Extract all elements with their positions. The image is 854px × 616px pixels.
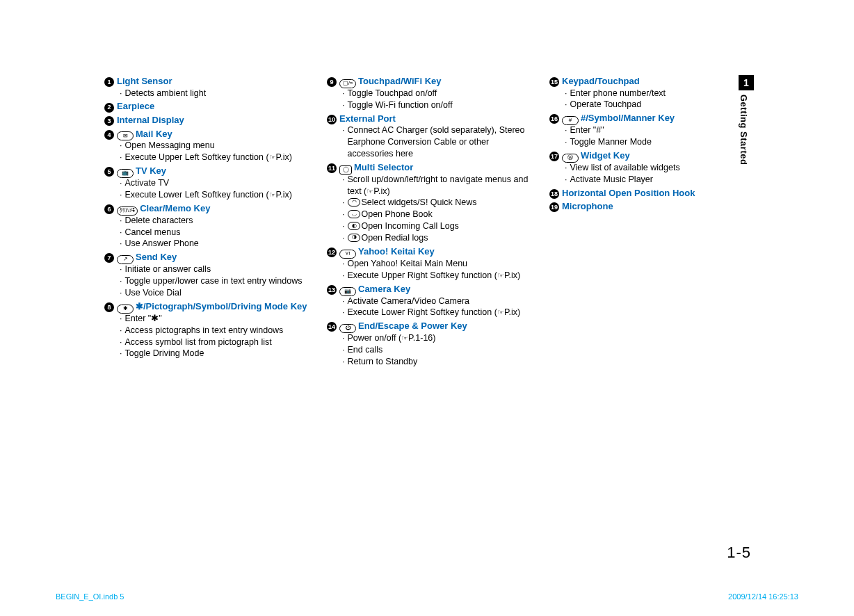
entry-title: Light Sensor [117,75,172,88]
page-content: 1Light Sensor·Detects ambient light2Earp… [104,75,765,506]
entry-sublist: ·Activate Camera/Video Camera·Execute Lo… [327,295,535,319]
entry-number-badge: 10 [327,115,337,124]
entry-number-badge: 13 [327,285,337,295]
doc-entry: 14⏻End/Escape & Power Key·Power on/off (… [327,320,535,368]
entry-subitem: ·Execute Lower Left Softkey function (☞P… [120,189,313,201]
entry-title: Clear/Memo Key [140,202,210,215]
hardware-key-icon: 📷 [339,287,356,296]
hardware-key-icon: ↗ [117,255,134,264]
entry-sublist: ·Open Messaging menu·Execute Upper Left … [104,140,313,163]
columns-container: 1Light Sensor·Detects ambient light2Earp… [104,75,765,369]
entry-subitem: ·Power on/off (☞P.1-16) [342,332,535,344]
hardware-key-icon: ✱ [117,305,134,314]
entry-subitem: ·End calls [342,344,535,356]
entry-number-badge: 5 [104,167,114,177]
doc-entry: 4✉Mail Key·Open Messaging menu·Execute U… [104,128,313,164]
entry-title: End/Escape & Power Key [358,320,467,332]
entry-sublist: ·Initiate or answer calls·Toggle upper/l… [104,264,313,299]
entry-heading: 12Y!Yahoo! Keitai Key [327,245,535,258]
entry-number-badge: 17 [549,152,559,161]
entry-subitem: ·Toggle Touchpad on/off [342,88,535,99]
hardware-key-icon: ｸﾘｱ/ﾒﾓ [117,206,138,216]
selector-direction-icon: ◡ [348,210,360,218]
hardware-key-icon: 📺 [117,169,134,178]
entry-heading: 1Light Sensor [104,75,313,88]
entry-sublist: ·Scroll up/down/left/right to navigate m… [327,174,535,244]
entry-heading: 14⏻End/Escape & Power Key [327,320,535,332]
entry-title: Mail Key [136,128,172,140]
hardware-key-icon: ⏻ [339,324,356,333]
hardware-key-icon: ▢/≈ [339,79,356,88]
entry-heading: 17ⓌWidget Key [549,149,758,162]
entry-subitem: ·Toggle upper/lower case in text entry w… [120,275,313,287]
entry-subitem: ·Detects ambient light [120,88,313,99]
entry-number-badge: 2 [104,103,114,113]
print-footer: BEGIN_E_OI.indb 5 2009/12/14 16:25:13 [0,592,854,601]
entry-subitem: ·Access pictographs in text entry window… [120,325,313,337]
entry-subitem: ·Execute Lower Right Softkey function (☞… [342,307,535,318]
entry-title: Multi Selector [354,161,413,174]
doc-entry: 9▢/≈Touchpad/WiFi Key·Toggle Touchpad on… [327,75,535,111]
entry-subitem: ·Activate Camera/Video Camera [342,295,535,307]
entry-subitem: ·View list of available widgets [565,162,758,174]
entry-sublist: ·Power on/off (☞P.1-16)·End calls·Return… [327,332,535,368]
entry-subitem-with-icon: ·◠Select widgets/S! Quick News [342,197,535,209]
doc-entry: 7↗Send Key·Initiate or answer calls·Togg… [104,251,313,299]
entry-subitem: ·Open Yahoo! Keitai Main Menu [342,258,535,270]
footer-filename: BEGIN_E_OI.indb 5 [56,592,124,601]
entry-heading: 2Earpiece [104,100,313,113]
entry-subitem: ·Enter "#" [565,124,758,136]
entry-subitem: ·Operate Touchpad [565,99,758,111]
doc-entry: 13📷Camera Key·Activate Camera/Video Came… [327,283,535,319]
entry-number-badge: 8 [104,302,114,312]
entry-heading: 19Microphone [549,200,758,213]
entry-subitem: ·Access symbol list from pictograph list [120,337,313,348]
entry-subitem: ·Toggle Wi-Fi function on/off [342,99,535,111]
doc-entry: 8✱✱/Pictograph/Symbol/Driving Mode Key·E… [104,300,313,359]
entry-subitem: ·Return to Standby [342,356,535,368]
entry-number-badge: 14 [327,322,337,332]
entry-subitem: ·Use Voice Dial [120,287,313,299]
entry-title: ✱/Pictograph/Symbol/Driving Mode Key [136,300,307,313]
entry-heading: 9▢/≈Touchpad/WiFi Key [327,75,535,88]
entry-heading: 3Internal Display [104,114,313,127]
chapter-number-box: 1 [739,75,754,90]
entry-heading: 10External Port [327,113,535,125]
chapter-title-vertical: Getting Started [739,95,749,165]
entry-subitem: ·Use Answer Phone [120,238,313,250]
doc-entry: 19Microphone [549,200,758,213]
entry-subitem: ·Initiate or answer calls [120,264,313,275]
entry-title: Earpiece [117,100,154,113]
column-3: 15Keypad/Touchpad·Enter phone number/tex… [549,75,758,369]
doc-entry: 10External Port·Connect AC Charger (sold… [327,113,535,160]
entry-sublist: ·Enter "#"·Toggle Manner Mode [549,124,758,148]
entry-heading: 18Horizontal Open Position Hook [549,187,758,200]
doc-entry: 6ｸﾘｱ/ﾒﾓClear/Memo Key·Delete characters·… [104,202,313,250]
entry-subitem: ·Connect AC Charger (sold separately), S… [342,124,535,160]
entry-heading: 7↗Send Key [104,251,313,264]
entry-title: External Port [339,113,396,125]
entry-subitem: ·Cancel menus [120,227,313,238]
entry-title: Touchpad/WiFi Key [358,75,442,88]
doc-entry: 3Internal Display [104,114,313,127]
entry-title: Keypad/Touchpad [562,75,640,88]
doc-entry: 12Y!Yahoo! Keitai Key·Open Yahoo! Keitai… [327,245,535,282]
doc-entry: 17ⓌWidget Key·View list of available wid… [549,149,758,186]
entry-sublist: ·Enter "✱"·Access pictographs in text en… [104,313,313,360]
entry-subitem: ·Execute Upper Left Softkey function (☞P… [120,152,313,163]
entry-title: Camera Key [358,283,410,295]
entry-subitem: ·Toggle Driving Mode [120,348,313,359]
page-number: 1-5 [727,544,751,562]
entry-heading: 6ｸﾘｱ/ﾒﾓClear/Memo Key [104,202,313,215]
entry-sublist: ·Toggle Touchpad on/off·Toggle Wi-Fi fun… [327,88,535,111]
entry-number-badge: 18 [549,189,559,199]
entry-number-badge: 4 [104,130,114,140]
entry-title: Widget Key [581,149,630,162]
entry-subitem: ·Execute Upper Right Softkey function (☞… [342,270,535,282]
entry-sublist: ·Detects ambient light [104,88,313,99]
entry-title: #/Symbol/Manner Key [581,112,675,124]
doc-entry: 11◯Multi Selector·Scroll up/down/left/ri… [327,161,535,244]
entry-heading: 13📷Camera Key [327,283,535,295]
doc-entry: 18Horizontal Open Position Hook [549,187,758,200]
doc-entry: 16##/Symbol/Manner Key·Enter "#"·Toggle … [549,112,758,148]
